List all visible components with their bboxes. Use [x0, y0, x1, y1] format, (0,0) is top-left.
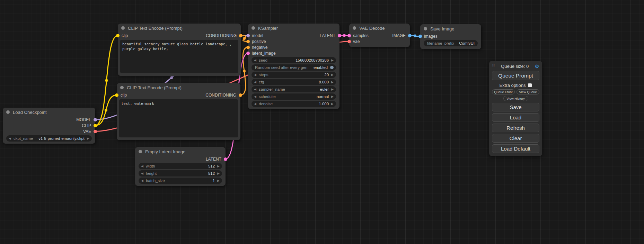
arrow-right-icon[interactable]: ▶ — [217, 164, 220, 168]
node-save-image[interactable]: Save Image images filename_prefix ComfyU… — [420, 24, 481, 49]
node-clip-text-encode-positive[interactable]: CLIP Text Encode (Prompt) clip CONDITION… — [118, 24, 241, 76]
node-title-bar[interactable]: Load Checkpoint — [3, 108, 95, 117]
node-load-checkpoint[interactable]: Load Checkpoint MODEL CLIP VAE ◀ ckpt_na… — [3, 108, 95, 144]
arrow-left-icon[interactable]: ◀ — [254, 58, 256, 62]
extra-options-row: Extra options — [492, 82, 539, 88]
node-title-bar[interactable]: CLIP Text Encode (Prompt) — [118, 24, 241, 33]
output-slot-conditioning[interactable] — [239, 34, 242, 37]
node-ksampler[interactable]: KSampler model LATENT positive negative … — [248, 24, 339, 109]
node-vae-decode[interactable]: VAE Decode samples IMAGE vae — [349, 24, 410, 47]
widget-cfg[interactable]: ◀ cfg 8.000 ▶ — [252, 79, 336, 85]
collapse-dot-icon[interactable] — [353, 26, 356, 30]
drag-handle-icon[interactable]: ⠿ — [492, 64, 495, 69]
input-slot-vae[interactable] — [347, 40, 351, 43]
arrow-right-icon[interactable]: ▶ — [331, 80, 334, 84]
output-slot-clip[interactable] — [94, 124, 97, 127]
widget-label: cfg — [259, 80, 264, 84]
arrow-left-icon[interactable]: ◀ — [254, 80, 256, 84]
arrow-left-icon[interactable]: ◀ — [9, 137, 11, 140]
collapse-dot-icon[interactable] — [424, 27, 427, 30]
widget-sampler-name[interactable]: ◀ sampler_name euler ▶ — [252, 86, 336, 92]
refresh-button[interactable]: Refresh — [492, 124, 539, 132]
arrow-right-icon[interactable]: ▶ — [87, 137, 89, 140]
arrow-right-icon[interactable]: ▶ — [331, 88, 334, 91]
node-title-bar[interactable]: VAE Decode — [349, 24, 410, 33]
widget-label: seed — [259, 58, 267, 62]
slot-row: positive — [248, 38, 339, 44]
arrow-right-icon[interactable]: ▶ — [331, 58, 334, 62]
widget-batch-size[interactable]: ◀ batch_size 1 ▶ — [139, 178, 222, 184]
queue-front-button[interactable]: Queue Front — [492, 89, 515, 94]
node-title-bar[interactable]: Empty Latent Image — [135, 147, 226, 156]
node-title-bar[interactable]: Save Image — [420, 24, 481, 33]
input-slot-positive[interactable] — [246, 40, 250, 43]
widget-ckpt-name[interactable]: ◀ ckpt_name v1-5-pruned-emaonly.ckpt ▶ — [6, 135, 92, 142]
toggle-indicator[interactable] — [330, 66, 334, 69]
widget-value: 512 — [208, 164, 215, 168]
output-slot-latent[interactable] — [224, 157, 227, 161]
output-slot-conditioning[interactable] — [239, 93, 242, 97]
collapse-dot-icon[interactable] — [252, 26, 255, 30]
arrow-left-icon[interactable]: ◀ — [254, 95, 256, 98]
settings-gear-icon[interactable]: ⚙ — [535, 64, 539, 69]
collapse-dot-icon[interactable] — [120, 86, 124, 89]
input-slot-samples[interactable] — [347, 34, 351, 37]
input-slot-negative[interactable] — [246, 46, 250, 49]
extra-options-checkbox[interactable] — [528, 83, 532, 87]
arrow-right-icon[interactable]: ▶ — [331, 95, 334, 98]
arrow-left-icon[interactable]: ◀ — [254, 73, 256, 76]
node-empty-latent-image[interactable]: Empty Latent Image LATENT ◀ width 512 ▶ … — [135, 147, 226, 186]
save-button[interactable]: Save — [492, 103, 539, 111]
arrow-left-icon[interactable]: ◀ — [141, 172, 143, 175]
prompt-textarea[interactable]: beautiful scenery nature glass bottle la… — [120, 40, 238, 73]
output-slot-image[interactable] — [408, 34, 412, 37]
widget-random-seed-toggle[interactable]: Random seed after every gen enabled — [252, 64, 336, 71]
widget-width[interactable]: ◀ width 512 ▶ — [139, 163, 222, 169]
collapse-dot-icon[interactable] — [139, 150, 142, 153]
widget-steps[interactable]: ◀ steps 20 ▶ — [252, 72, 336, 78]
view-queue-button[interactable]: View Queue — [517, 89, 539, 94]
history-buttons-row: View History — [492, 96, 539, 101]
widget-seed[interactable]: ◀ seed 156680208700286 ▶ — [252, 57, 336, 63]
widget-scheduler[interactable]: ◀ scheduler normal ▶ — [252, 93, 336, 100]
output-label-vae: VAE — [83, 129, 91, 134]
view-history-button[interactable]: View History — [503, 96, 528, 101]
collapse-dot-icon[interactable] — [6, 110, 10, 114]
input-slot-clip[interactable] — [115, 93, 118, 97]
output-slot-vae[interactable] — [94, 130, 97, 133]
input-slot-model[interactable] — [246, 34, 250, 37]
arrow-right-icon[interactable]: ▶ — [217, 172, 220, 175]
arrow-left-icon[interactable]: ◀ — [254, 102, 256, 106]
widget-filename-prefix[interactable]: filename_prefix ComfyUI — [424, 40, 478, 46]
load-default-button[interactable]: Load Default — [492, 144, 539, 153]
slot-row: images — [420, 33, 481, 39]
output-slot-model[interactable] — [94, 118, 97, 121]
widget-value: enabled — [314, 65, 328, 70]
input-slot-latent-image[interactable] — [246, 52, 250, 55]
load-button[interactable]: Load — [492, 113, 539, 122]
clear-button[interactable]: Clear — [492, 134, 539, 143]
collapse-dot-icon[interactable] — [121, 26, 125, 30]
input-slot-images[interactable] — [418, 35, 422, 38]
node-title: KSampler — [258, 26, 278, 31]
node-clip-text-encode-negative[interactable]: CLIP Text Encode (Prompt) clip CONDITION… — [117, 83, 240, 140]
input-slot-clip[interactable] — [116, 34, 120, 37]
node-graph-canvas[interactable]: Load Checkpoint MODEL CLIP VAE ◀ ckpt_na… — [0, 0, 644, 244]
widget-value: v1-5-pruned-emaonly.ckpt — [38, 136, 85, 141]
arrow-left-icon[interactable]: ◀ — [141, 164, 143, 168]
widget-value: normal — [317, 94, 329, 99]
prompt-textarea[interactable]: text, watermark — [119, 99, 238, 137]
queue-prompt-button[interactable]: Queue Prompt — [492, 71, 539, 80]
arrow-right-icon[interactable]: ▶ — [217, 179, 220, 182]
widget-value: 8.000 — [319, 80, 329, 84]
arrow-right-icon[interactable]: ▶ — [331, 73, 334, 76]
output-slot-latent[interactable] — [338, 34, 341, 37]
arrow-left-icon[interactable]: ◀ — [254, 88, 256, 91]
arrow-right-icon[interactable]: ▶ — [331, 102, 334, 106]
widget-denoise[interactable]: ◀ denoise 1.000 ▶ — [252, 101, 336, 107]
node-title-bar[interactable]: KSampler — [248, 24, 339, 33]
widget-height[interactable]: ◀ height 512 ▶ — [139, 170, 222, 177]
node-title-bar[interactable]: CLIP Text Encode (Prompt) — [117, 83, 240, 92]
widget-label: width — [146, 164, 155, 168]
arrow-left-icon[interactable]: ◀ — [141, 179, 143, 182]
